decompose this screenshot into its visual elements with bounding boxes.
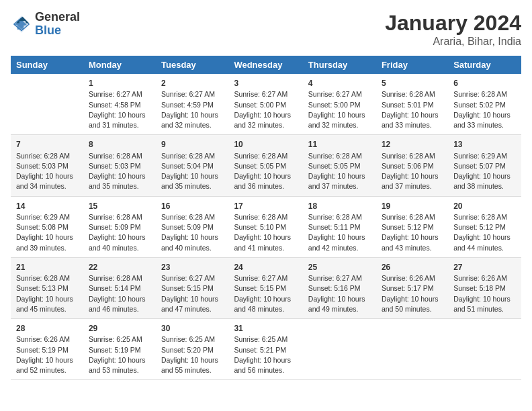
- day-number: 10: [234, 139, 297, 150]
- day-number: 26: [382, 262, 443, 273]
- day-number: 23: [161, 262, 223, 273]
- day-cell: 25Sunrise: 6:27 AM Sunset: 5:16 PM Dayli…: [303, 257, 376, 318]
- day-cell: 23Sunrise: 6:27 AM Sunset: 5:15 PM Dayli…: [156, 257, 228, 318]
- day-number: 14: [16, 201, 78, 212]
- header-sunday: Sunday: [11, 56, 83, 74]
- day-info: Sunrise: 6:25 AM Sunset: 5:20 PM Dayligh…: [161, 334, 223, 375]
- logo-line2: Blue: [35, 24, 80, 38]
- logo-text: General Blue: [35, 11, 80, 38]
- day-cell: 31Sunrise: 6:25 AM Sunset: 5:21 PM Dayli…: [228, 319, 302, 380]
- week-row-5: 28Sunrise: 6:26 AM Sunset: 5:19 PM Dayli…: [11, 319, 521, 380]
- day-cell: 13Sunrise: 6:29 AM Sunset: 5:07 PM Dayli…: [448, 135, 521, 196]
- day-number: 5: [382, 78, 443, 89]
- day-number: 24: [234, 262, 297, 273]
- day-cell: 21Sunrise: 6:28 AM Sunset: 5:13 PM Dayli…: [11, 257, 83, 318]
- day-cell: 5Sunrise: 6:28 AM Sunset: 5:01 PM Daylig…: [376, 74, 448, 135]
- day-cell: 6Sunrise: 6:28 AM Sunset: 5:02 PM Daylig…: [448, 74, 521, 135]
- day-number: 20: [453, 201, 516, 212]
- day-cell: 12Sunrise: 6:28 AM Sunset: 5:06 PM Dayli…: [376, 135, 448, 196]
- day-info: Sunrise: 6:28 AM Sunset: 5:12 PM Dayligh…: [453, 212, 516, 253]
- day-info: Sunrise: 6:28 AM Sunset: 5:09 PM Dayligh…: [161, 212, 223, 253]
- day-cell: 29Sunrise: 6:25 AM Sunset: 5:19 PM Dayli…: [83, 319, 156, 380]
- page-title: January 2024: [385, 11, 521, 36]
- day-cell: 17Sunrise: 6:28 AM Sunset: 5:10 PM Dayli…: [228, 196, 302, 257]
- day-info: Sunrise: 6:28 AM Sunset: 5:05 PM Dayligh…: [234, 151, 297, 192]
- day-cell: [11, 74, 83, 135]
- day-number: 11: [308, 139, 371, 150]
- day-cell: 20Sunrise: 6:28 AM Sunset: 5:12 PM Dayli…: [448, 196, 521, 257]
- title-block: January 2024 Araria, Bihar, India: [385, 11, 521, 48]
- page-header: General Blue January 2024 Araria, Bihar,…: [11, 11, 521, 48]
- day-cell: 28Sunrise: 6:26 AM Sunset: 5:19 PM Dayli…: [11, 319, 83, 380]
- day-number: 13: [453, 139, 516, 150]
- day-number: 25: [308, 262, 371, 273]
- day-info: Sunrise: 6:28 AM Sunset: 5:03 PM Dayligh…: [16, 151, 78, 192]
- day-number: 22: [89, 262, 150, 273]
- week-row-4: 21Sunrise: 6:28 AM Sunset: 5:13 PM Dayli…: [11, 257, 521, 318]
- day-number: 1: [89, 78, 150, 89]
- day-number: 15: [89, 201, 150, 212]
- day-info: Sunrise: 6:27 AM Sunset: 5:00 PM Dayligh…: [234, 89, 297, 130]
- day-cell: 11Sunrise: 6:28 AM Sunset: 5:05 PM Dayli…: [303, 135, 376, 196]
- header-thursday: Thursday: [303, 56, 376, 74]
- day-info: Sunrise: 6:27 AM Sunset: 5:16 PM Dayligh…: [308, 273, 371, 314]
- day-number: 9: [161, 139, 223, 150]
- day-cell: 16Sunrise: 6:28 AM Sunset: 5:09 PM Dayli…: [156, 196, 228, 257]
- day-info: Sunrise: 6:28 AM Sunset: 5:11 PM Dayligh…: [308, 212, 371, 253]
- day-cell: 15Sunrise: 6:28 AM Sunset: 5:09 PM Dayli…: [83, 196, 156, 257]
- day-number: 19: [382, 201, 443, 212]
- day-info: Sunrise: 6:28 AM Sunset: 5:05 PM Dayligh…: [308, 151, 371, 192]
- day-cell: 8Sunrise: 6:28 AM Sunset: 5:03 PM Daylig…: [83, 135, 156, 196]
- day-number: 27: [453, 262, 516, 273]
- header-monday: Monday: [83, 56, 156, 74]
- day-number: 16: [161, 201, 223, 212]
- day-number: 30: [161, 323, 223, 334]
- page-subtitle: Araria, Bihar, India: [385, 36, 521, 48]
- day-number: 6: [453, 78, 516, 89]
- day-info: Sunrise: 6:28 AM Sunset: 5:10 PM Dayligh…: [234, 212, 297, 253]
- day-info: Sunrise: 6:29 AM Sunset: 5:08 PM Dayligh…: [16, 212, 78, 253]
- day-number: 4: [308, 78, 371, 89]
- day-cell: [376, 319, 448, 380]
- day-info: Sunrise: 6:28 AM Sunset: 5:14 PM Dayligh…: [89, 273, 150, 314]
- day-cell: 4Sunrise: 6:27 AM Sunset: 5:00 PM Daylig…: [303, 74, 376, 135]
- day-cell: 27Sunrise: 6:26 AM Sunset: 5:18 PM Dayli…: [448, 257, 521, 318]
- day-info: Sunrise: 6:28 AM Sunset: 5:03 PM Dayligh…: [89, 151, 150, 192]
- day-number: 8: [89, 139, 150, 150]
- day-info: Sunrise: 6:28 AM Sunset: 5:12 PM Dayligh…: [382, 212, 443, 253]
- day-info: Sunrise: 6:27 AM Sunset: 5:15 PM Dayligh…: [234, 273, 297, 314]
- day-info: Sunrise: 6:28 AM Sunset: 5:09 PM Dayligh…: [89, 212, 150, 253]
- day-cell: 18Sunrise: 6:28 AM Sunset: 5:11 PM Dayli…: [303, 196, 376, 257]
- day-cell: 22Sunrise: 6:28 AM Sunset: 5:14 PM Dayli…: [83, 257, 156, 318]
- day-number: 21: [16, 262, 78, 273]
- day-cell: 14Sunrise: 6:29 AM Sunset: 5:08 PM Dayli…: [11, 196, 83, 257]
- day-cell: [303, 319, 376, 380]
- header-wednesday: Wednesday: [228, 56, 302, 74]
- header-saturday: Saturday: [448, 56, 521, 74]
- day-number: 3: [234, 78, 297, 89]
- logo-icon: [11, 13, 32, 35]
- day-info: Sunrise: 6:28 AM Sunset: 5:13 PM Dayligh…: [16, 273, 78, 314]
- day-cell: 2Sunrise: 6:27 AM Sunset: 4:59 PM Daylig…: [156, 74, 228, 135]
- day-cell: 1Sunrise: 6:27 AM Sunset: 4:58 PM Daylig…: [83, 74, 156, 135]
- day-info: Sunrise: 6:27 AM Sunset: 5:15 PM Dayligh…: [161, 273, 223, 314]
- day-info: Sunrise: 6:28 AM Sunset: 5:01 PM Dayligh…: [382, 89, 443, 130]
- day-number: 12: [382, 139, 443, 150]
- header-friday: Friday: [376, 56, 448, 74]
- day-number: 18: [308, 201, 371, 212]
- calendar-header-row: SundayMondayTuesdayWednesdayThursdayFrid…: [11, 56, 521, 74]
- logo: General Blue: [11, 11, 80, 38]
- day-number: 7: [16, 139, 78, 150]
- week-row-1: 1Sunrise: 6:27 AM Sunset: 4:58 PM Daylig…: [11, 74, 521, 135]
- logo-line1: General: [35, 11, 80, 24]
- day-number: 31: [234, 323, 297, 334]
- calendar-table: SundayMondayTuesdayWednesdayThursdayFrid…: [11, 56, 521, 380]
- day-info: Sunrise: 6:25 AM Sunset: 5:19 PM Dayligh…: [89, 334, 150, 375]
- day-cell: 24Sunrise: 6:27 AM Sunset: 5:15 PM Dayli…: [228, 257, 302, 318]
- day-info: Sunrise: 6:27 AM Sunset: 4:58 PM Dayligh…: [89, 89, 150, 130]
- day-cell: 7Sunrise: 6:28 AM Sunset: 5:03 PM Daylig…: [11, 135, 83, 196]
- day-info: Sunrise: 6:26 AM Sunset: 5:18 PM Dayligh…: [453, 273, 516, 314]
- day-cell: 10Sunrise: 6:28 AM Sunset: 5:05 PM Dayli…: [228, 135, 302, 196]
- day-cell: 9Sunrise: 6:28 AM Sunset: 5:04 PM Daylig…: [156, 135, 228, 196]
- day-info: Sunrise: 6:28 AM Sunset: 5:06 PM Dayligh…: [382, 151, 443, 192]
